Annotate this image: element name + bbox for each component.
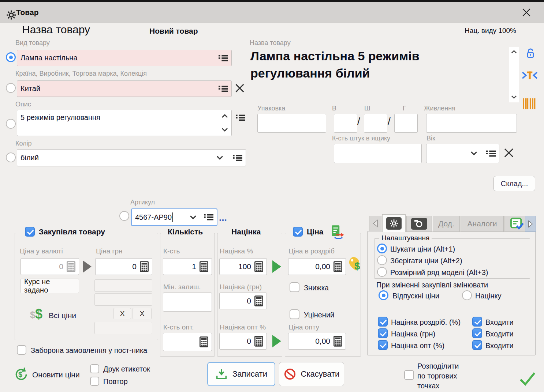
chevron-down-icon[interactable]	[470, 151, 477, 156]
scroll-down-icon[interactable]	[511, 95, 517, 99]
tab-analogy[interactable]: Аналоги	[461, 216, 504, 232]
vik-combo[interactable]	[426, 144, 499, 163]
clear-vik-icon[interactable]	[503, 147, 515, 159]
radio-size-row[interactable]	[377, 267, 387, 277]
calculator-icon[interactable]	[140, 261, 149, 272]
cb-enter-3[interactable]	[472, 340, 482, 350]
scroll-up-icon[interactable]	[221, 114, 228, 118]
tab-settings[interactable]	[382, 214, 406, 232]
all-prices-label[interactable]: Всі ціни	[49, 311, 76, 320]
radio-sell-prices[interactable]	[379, 290, 388, 300]
zhyvlennia-field[interactable]	[426, 114, 517, 133]
markup-pct-link[interactable]: Націнка %	[220, 247, 253, 255]
sh-label: Ш	[364, 105, 370, 112]
tab-scroll-right-button[interactable]	[525, 216, 536, 232]
apply-markup-arrow-icon[interactable]	[272, 260, 281, 273]
distribute-checkbox[interactable]	[404, 370, 414, 380]
kraina-radio[interactable]	[6, 83, 16, 93]
sklad-button[interactable]: Склад...	[493, 176, 535, 191]
discount-checkbox[interactable]	[290, 282, 299, 292]
price-tag-icon[interactable]: $	[348, 256, 362, 273]
forbid-order-checkbox[interactable]	[17, 345, 26, 355]
calculator-icon[interactable]	[254, 336, 263, 347]
kolir-radio[interactable]	[6, 152, 16, 162]
opys-radio[interactable]	[6, 119, 16, 129]
cancel-button[interactable]: Скасувати	[279, 362, 344, 386]
calculator-icon[interactable]	[200, 261, 208, 272]
kolir-field[interactable]: білий	[17, 149, 246, 166]
v-field[interactable]	[334, 114, 357, 133]
vid-tovaru-radio[interactable]	[6, 52, 16, 62]
cb-markup-retail[interactable]	[378, 317, 388, 327]
list-icon[interactable]	[204, 214, 213, 221]
cb-markup-uah[interactable]	[378, 328, 388, 338]
calculator-icon[interactable]	[254, 261, 263, 272]
vid-tovaru-field[interactable]: Лампа настільна	[17, 50, 232, 66]
radio-search-prices[interactable]	[377, 244, 387, 253]
calculator-icon[interactable]	[334, 336, 342, 347]
list-icon[interactable]	[219, 85, 228, 93]
markup-pct-value: 100	[223, 262, 254, 271]
repeat-checkbox[interactable]	[90, 377, 99, 386]
list-icon[interactable]	[219, 54, 228, 62]
cb-markup-opt[interactable]	[378, 340, 388, 350]
sh-field[interactable]	[364, 114, 387, 133]
radio-sell-prices-label: Відпускні ціни	[392, 292, 439, 300]
wholesale-price-field[interactable]: 0,00	[288, 333, 346, 350]
calculator-icon[interactable]	[254, 295, 263, 306]
qty-field[interactable]: 1	[163, 258, 212, 275]
artykul-radio[interactable]	[119, 211, 129, 221]
list-icon[interactable]	[236, 114, 245, 121]
calculator-icon[interactable]	[67, 261, 75, 272]
purchase-checkbox[interactable]	[25, 227, 35, 237]
markup-pct-field[interactable]: 100	[219, 258, 267, 275]
qty-in-box-field[interactable]	[334, 144, 422, 163]
markup-uah-field[interactable]: 0	[219, 293, 267, 309]
apply-markup-opt-arrow-icon[interactable]	[272, 335, 281, 347]
calculator-icon[interactable]	[200, 336, 208, 347]
qty-opt-field[interactable]	[163, 333, 212, 351]
opys-field[interactable]: 5 режимів регулювання	[17, 110, 232, 136]
calculator-icon[interactable]	[334, 261, 342, 272]
artykul-field[interactable]: 4567-АР90	[131, 208, 217, 226]
tab-dod[interactable]: Дод.	[433, 216, 460, 232]
save-button[interactable]: Записати	[207, 362, 275, 386]
radio-markup[interactable]	[462, 290, 472, 300]
retail-price-field[interactable]: 0,00	[288, 258, 346, 275]
radio-save-prices[interactable]	[377, 255, 387, 265]
price-checkbox[interactable]	[293, 227, 303, 237]
close-icon[interactable]	[521, 7, 532, 18]
cb-enter-2[interactable]	[472, 328, 482, 338]
tab-scroll-left-button[interactable]	[369, 216, 381, 231]
list-icon[interactable]	[486, 150, 496, 157]
uah-price-field[interactable]: 0	[95, 258, 152, 275]
list-icon[interactable]	[233, 154, 242, 162]
scroll-up-icon[interactable]	[511, 50, 517, 54]
tab-photo[interactable]	[406, 216, 432, 232]
confirm-check-icon[interactable]	[519, 371, 536, 386]
g-field[interactable]	[394, 114, 418, 133]
name-scrollbar[interactable]	[509, 47, 519, 102]
artykul-more-button[interactable]: ...	[219, 212, 227, 223]
chevron-down-icon[interactable]	[216, 155, 223, 160]
lock-open-icon[interactable]	[525, 48, 536, 59]
fit-text-icon[interactable]	[521, 70, 538, 80]
scroll-down-icon[interactable]	[221, 128, 228, 132]
upakovka-field[interactable]	[257, 114, 326, 133]
chevron-down-icon[interactable]	[190, 215, 197, 220]
cur-price-field[interactable]: 0	[21, 258, 79, 275]
min-stock-field[interactable]	[163, 293, 212, 312]
update-prices-label[interactable]: Оновити ціни	[32, 370, 80, 379]
update-prices-button[interactable]: $	[13, 366, 30, 383]
markdown-checkbox[interactable]	[290, 309, 299, 319]
cb-enter-1[interactable]	[472, 317, 482, 327]
print-labels-checkbox[interactable]	[90, 364, 99, 373]
kraina-field[interactable]: Китай	[17, 80, 232, 97]
x-mark: X	[140, 310, 145, 318]
clear-kraina-icon[interactable]	[234, 83, 245, 94]
markup-opt-field[interactable]: 0	[219, 333, 267, 350]
qty-in-box-label: К-сть штук в ящику	[332, 135, 390, 142]
camera-icon	[411, 218, 427, 230]
barcode-icon[interactable]	[523, 97, 537, 110]
export-prices-icon[interactable]	[329, 225, 346, 240]
